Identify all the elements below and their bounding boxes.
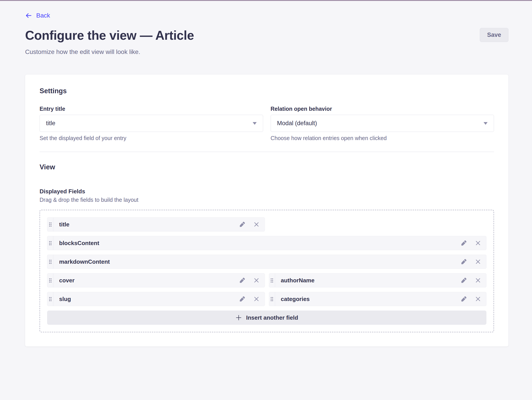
relation-behavior-hint: Choose how relation entries open when cl… [271,135,494,142]
close-icon [475,258,481,265]
drag-handle[interactable] [47,217,53,231]
fields-dropzone: title [39,210,494,332]
field-name: cover [59,277,75,284]
close-icon [253,221,260,228]
edit-field-button[interactable] [239,277,246,284]
entry-title-hint: Set the displayed field of your entry [39,135,263,142]
field-actions [460,240,486,246]
close-icon [475,296,481,302]
entry-title-select[interactable]: title [39,115,263,132]
field-actions [460,277,486,284]
relation-behavior-select[interactable]: Modal (default) [271,115,494,132]
remove-field-button[interactable] [475,240,481,246]
field-name: slug [59,296,71,302]
drag-dots-icon [49,278,52,283]
edit-field-button[interactable] [460,240,467,246]
close-icon [475,240,481,246]
entry-title-field: Entry title title Set the displayed fiel… [39,106,263,142]
field-chip-markdownContent[interactable]: markdownContent [47,255,487,269]
field-row: title [47,217,487,232]
drag-dots-icon [49,222,52,227]
field-name: blocksContent [59,240,99,247]
relation-behavior-value: Modal (default) [277,120,317,127]
field-actions [239,296,265,302]
drag-dots-icon [49,259,52,264]
section-divider [39,152,494,152]
drag-dots-icon [49,241,52,246]
field-name: title [59,221,69,228]
close-icon [475,277,481,284]
back-label: Back [36,12,50,19]
remove-field-button[interactable] [475,258,481,265]
field-actions [460,296,486,302]
edit-field-button[interactable] [239,296,246,302]
field-chip-blocksContent[interactable]: blocksContent [47,236,487,250]
drag-dots-icon [270,278,273,283]
pencil-icon [460,296,467,302]
page-subtitle: Customize how the edit view will look li… [25,48,508,55]
save-button[interactable]: Save [480,28,508,42]
plus-icon [235,314,242,321]
field-row: slug [47,292,487,306]
drag-dots-icon [49,297,52,302]
pencil-icon [239,221,246,228]
field-name: markdownContent [59,258,110,265]
drag-handle[interactable] [269,292,275,306]
field-name: authorName [281,277,315,284]
settings-heading: Settings [39,87,494,95]
field-actions [239,221,265,228]
arrow-left-icon [25,12,32,19]
relation-behavior-field: Relation open behavior Modal (default) C… [271,106,494,142]
drag-dots-icon [270,297,273,302]
drag-handle[interactable] [47,236,53,250]
settings-fields: Entry title title Set the displayed fiel… [39,106,494,142]
pencil-icon [460,277,467,284]
remove-field-button[interactable] [253,296,260,302]
edit-field-button[interactable] [239,221,246,228]
field-chip-title[interactable]: title [47,217,265,232]
drag-handle[interactable] [47,292,53,306]
pencil-icon [239,296,246,302]
close-icon [253,296,260,302]
field-actions [460,258,486,265]
field-row: blocksContent [47,236,487,250]
field-chip-categories[interactable]: categories [269,292,487,306]
drag-handle[interactable] [269,273,275,287]
remove-field-button[interactable] [475,277,481,284]
configure-view-page: Back Configure the view — Article Custom… [0,1,532,346]
entry-title-label: Entry title [39,106,263,112]
edit-field-button[interactable] [460,296,467,302]
edit-field-button[interactable] [460,258,467,265]
relation-behavior-label: Relation open behavior [271,106,494,112]
insert-another-field-button[interactable]: Insert another field [47,311,487,325]
field-actions [239,277,265,284]
remove-field-button[interactable] [253,277,260,284]
back-link[interactable]: Back [25,12,50,19]
pencil-icon [460,258,467,265]
displayed-fields-hint: Drag & drop the fields to build the layo… [39,197,494,203]
remove-field-button[interactable] [475,296,481,302]
remove-field-button[interactable] [253,221,260,228]
field-row: markdownContent [47,255,487,269]
displayed-fields-label: Displayed Fields [39,188,494,195]
field-chip-slug[interactable]: slug [47,292,265,306]
entry-title-value: title [46,120,55,127]
field-chip-cover[interactable]: cover [47,273,265,288]
field-row: cover [47,273,487,288]
settings-card: Settings Entry title title Set the displ… [25,74,508,346]
drag-handle[interactable] [47,273,53,287]
chevron-down-icon [484,122,488,125]
pencil-icon [239,277,246,284]
field-chip-authorName[interactable]: authorName [269,273,487,288]
edit-field-button[interactable] [460,277,467,284]
view-heading: View [39,163,494,171]
page-title: Configure the view — Article [25,28,508,43]
field-name: categories [281,296,310,302]
insert-another-field-label: Insert another field [246,314,298,321]
drag-handle[interactable] [47,255,53,269]
chevron-down-icon [253,122,257,125]
close-icon [253,277,260,284]
pencil-icon [460,240,467,246]
